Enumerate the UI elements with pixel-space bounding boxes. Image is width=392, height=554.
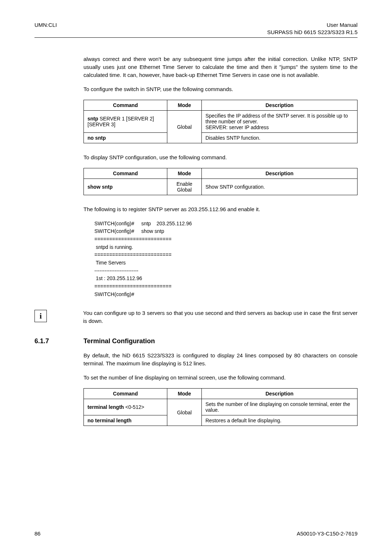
table-cell: Global [167,399,202,426]
body-paragraph: To configure the switch in SNTP, use the… [83,85,358,93]
table-cell: Enable Global [167,178,202,195]
table-header: Mode [167,168,202,178]
table-row: sntp SERVER 1 [SERVER 2] [SERVER 3] Glob… [84,111,358,133]
cmd-keyword: sntp [87,116,98,122]
table-header-row: Command Mode Description [84,100,358,111]
table-header: Command [84,100,167,111]
table-header-row: Command Mode Description [84,389,358,399]
section-title: Terminal Configuration [83,337,155,345]
table-row: no terminal length Restores a default li… [84,415,358,426]
table-cell: Global [167,111,202,143]
table-header: Mode [167,389,202,399]
table-cell: Disables SNTP function. [202,133,358,143]
command-table-terminal: Command Mode Description terminal length… [83,388,358,426]
page-number: 86 [34,530,41,537]
table-cell: sntp SERVER 1 [SERVER 2] [SERVER 3] [84,111,167,133]
info-text: You can configure up to 3 servers so tha… [83,309,358,325]
command-table-show-sntp: Command Mode Description show sntp Enabl… [83,168,358,195]
table-header-row: Command Mode Description [84,168,358,178]
info-note: i You can configure up to 3 servers so t… [34,309,358,325]
page-footer: 86 A50010-Y3-C150-2-7619 [34,530,358,537]
table-row: show sntp Enable Global Show SNTP config… [84,178,358,195]
doc-id: A50010-Y3-C150-2-7619 [297,530,358,537]
header-left: UMN:CLI [34,22,57,28]
header-rule [34,37,358,38]
section-heading: 6.1.7 Terminal Configuration [34,337,358,345]
body-paragraph: The following is to register SNTP server… [83,205,358,213]
command-table-sntp: Command Mode Description sntp SERVER 1 [… [83,100,358,143]
header-right-top: User Manual [327,22,358,28]
table-header: Command [84,168,167,178]
cmd-keyword: terminal length [87,404,124,410]
table-cell: Show SNTP configuration. [202,178,358,195]
table-cell: show sntp [84,178,167,195]
table-cell: terminal length <0-512> [84,399,167,415]
body-paragraph: By default, the hiD 6615 S223/S323 is co… [83,352,358,368]
table-cell: Specifies the IP address of the SNTP ser… [202,111,358,133]
table-cell: Restores a default line displaying. [202,415,358,426]
table-header: Mode [167,100,202,111]
table-cell: no sntp [84,133,167,143]
cmd-keyword: show sntp [87,184,113,190]
table-cell: no terminal length [84,415,167,426]
table-row: no sntp Disables SNTP function. [84,133,358,143]
section-number: 6.1.7 [34,337,83,345]
cmd-args: <0-512> [124,404,144,410]
table-header: Command [84,389,167,399]
info-icon: i [34,310,47,322]
body-paragraph: To display SNTP configuration, use the f… [83,153,358,161]
cmd-keyword: no sntp [87,135,106,141]
table-cell: Sets the number of line displaying on co… [202,399,358,415]
header-right-sub: SURPASS hiD 6615 S223/S323 R1.5 [267,29,358,35]
page-header-sub: SURPASS hiD 6615 S223/S323 R1.5 [34,29,358,35]
table-header: Description [202,389,358,399]
cmd-keyword: no terminal length [87,418,131,423]
body-paragraph: To set the number of line displaying on … [83,374,358,382]
table-row: terminal length <0-512> Global Sets the … [84,399,358,415]
table-header: Description [202,168,358,178]
table-header: Description [202,100,358,111]
page-header: UMN:CLI User Manual [34,22,358,28]
code-block: SWITCH(config)# sntp 203.255.112.96 SWIT… [94,220,358,299]
body-paragraph: always correct and there won't be any su… [83,55,358,79]
